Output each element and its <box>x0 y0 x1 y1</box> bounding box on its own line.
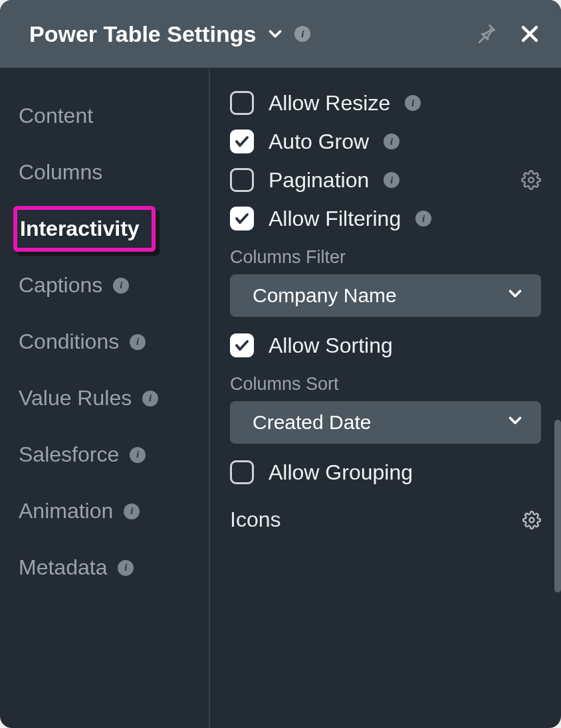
sidebar-item-conditions[interactable]: Conditions i <box>19 314 209 370</box>
setting-label: Pagination <box>269 168 369 193</box>
title-dropdown-chevron-icon[interactable] <box>265 24 285 44</box>
setting-allow-resize: Allow Resize i <box>230 84 541 122</box>
chevron-down-icon <box>505 410 525 435</box>
sidebar-item-label: Salesforce <box>19 442 119 467</box>
setting-pagination: Pagination i <box>230 161 541 199</box>
columns-filter-select[interactable]: Company Name <box>230 274 541 317</box>
setting-label: Allow Filtering <box>269 207 401 231</box>
setting-icons: Icons <box>230 492 541 548</box>
info-icon[interactable]: i <box>130 334 146 350</box>
info-icon[interactable]: i <box>384 172 399 188</box>
settings-panel: Power Table Settings i Content Columns <box>0 0 561 728</box>
sidebar-item-content[interactable]: Content <box>19 88 209 144</box>
chevron-down-icon <box>505 284 525 308</box>
sidebar-item-captions[interactable]: Captions i <box>19 257 209 314</box>
setting-allow-grouping: Allow Grouping <box>230 453 541 492</box>
checkbox-allow-filtering[interactable] <box>230 207 254 230</box>
gear-icon[interactable] <box>521 170 541 190</box>
svg-point-3 <box>530 517 534 522</box>
close-icon[interactable] <box>518 23 541 45</box>
checkbox-allow-sorting[interactable] <box>230 333 254 357</box>
checkbox-auto-grow[interactable] <box>230 130 254 153</box>
sidebar-item-metadata[interactable]: Metadata i <box>19 539 209 596</box>
columns-filter-label: Columns Filter <box>230 247 541 268</box>
sidebar-item-columns[interactable]: Columns <box>19 144 209 201</box>
setting-allow-sorting: Allow Sorting <box>230 326 541 365</box>
select-value: Created Date <box>253 411 371 434</box>
info-icon[interactable]: i <box>415 211 431 227</box>
sidebar-item-value-rules[interactable]: Value Rules i <box>19 370 209 426</box>
setting-label: Auto Grow <box>269 130 369 154</box>
sidebar-item-label: Animation <box>19 499 113 523</box>
setting-label: Allow Grouping <box>269 460 413 485</box>
settings-content: Allow Resize i Auto Grow i Pagination i <box>210 68 561 728</box>
scrollbar-thumb[interactable] <box>554 420 561 592</box>
svg-point-2 <box>528 177 534 183</box>
panel-title: Power Table Settings <box>29 21 256 47</box>
panel-header: Power Table Settings i <box>0 0 561 68</box>
sidebar-item-label: Conditions <box>19 329 119 354</box>
sidebar-item-animation[interactable]: Animation i <box>19 483 209 539</box>
info-icon[interactable]: i <box>118 560 134 576</box>
sidebar-item-label: Captions <box>19 273 102 298</box>
info-icon[interactable]: i <box>124 503 140 519</box>
info-icon[interactable]: i <box>405 95 421 111</box>
setting-auto-grow: Auto Grow i <box>230 122 541 161</box>
info-icon[interactable]: i <box>130 447 146 463</box>
sidebar-item-salesforce[interactable]: Salesforce i <box>19 426 209 483</box>
icons-label: Icons <box>230 507 280 532</box>
checkbox-allow-resize[interactable] <box>230 91 254 115</box>
pin-icon[interactable] <box>475 23 497 45</box>
info-icon[interactable]: i <box>113 278 129 294</box>
setting-label: Allow Sorting <box>269 333 393 358</box>
active-highlight-box: Interactivity <box>13 206 156 252</box>
columns-sort-select[interactable]: Created Date <box>230 401 541 444</box>
sidebar-item-label: Value Rules <box>19 386 132 410</box>
info-icon[interactable]: i <box>142 391 158 407</box>
select-value: Company Name <box>253 284 397 307</box>
checkbox-pagination[interactable] <box>230 168 254 192</box>
sidebar-item-label: Interactivity <box>20 217 140 241</box>
sidebar-item-label: Metadata <box>19 555 107 580</box>
setting-allow-filtering: Allow Filtering i <box>230 199 541 238</box>
sidebar-item-label: Content <box>19 104 93 128</box>
panel-body: Content Columns Interactivity Captions i… <box>0 68 561 728</box>
columns-sort-label: Columns Sort <box>230 374 541 395</box>
sidebar-item-interactivity[interactable]: Interactivity <box>19 201 209 257</box>
gear-icon[interactable] <box>522 511 541 529</box>
title-info-icon[interactable]: i <box>294 26 310 42</box>
checkbox-allow-grouping[interactable] <box>230 460 254 484</box>
setting-label: Allow Resize <box>269 91 390 116</box>
sidebar: Content Columns Interactivity Captions i… <box>0 68 210 728</box>
info-icon[interactable]: i <box>384 134 399 149</box>
sidebar-item-label: Columns <box>19 160 102 185</box>
